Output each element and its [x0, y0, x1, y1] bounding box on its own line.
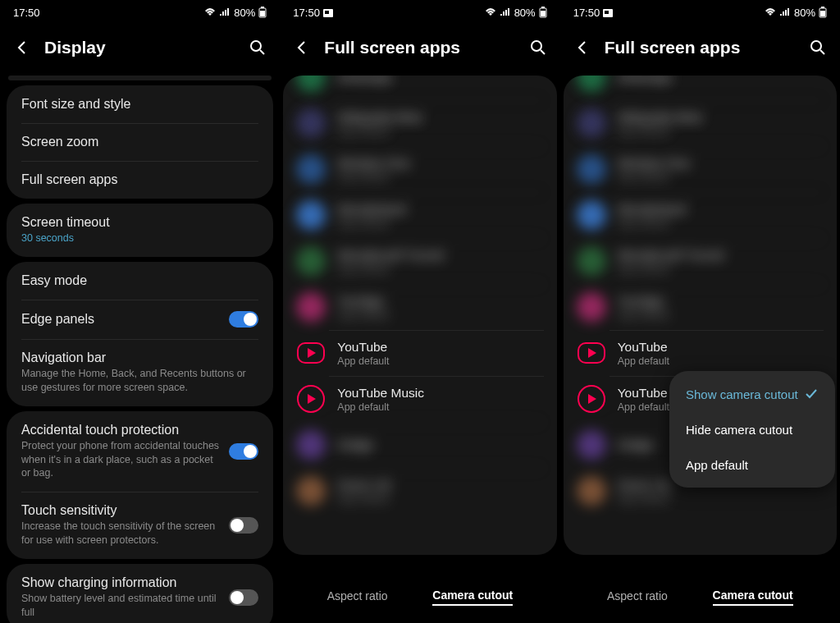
row-touch-sensitivity[interactable]: Touch sensitivity Increase the touch sen… [7, 492, 273, 559]
app-row-blurred[interactable]: Window OneApp default [564, 146, 837, 192]
row-accidental-touch[interactable]: Accidental touch protection Protect your… [7, 411, 273, 492]
popup-item-app-default[interactable]: App default [669, 447, 835, 483]
status-icons: 80% [485, 7, 547, 19]
signal-icon [779, 7, 791, 17]
battery-percent: 80% [794, 7, 815, 19]
group-modes: Easy mode Edge panels Navigation bar Man… [7, 262, 273, 406]
row-screen-timeout[interactable]: Screen timeout 30 seconds [7, 204, 273, 257]
app-row-blurred[interactable]: WonderlandApp default [564, 192, 837, 238]
svg-rect-1 [261, 7, 264, 8]
wifi-icon [765, 7, 776, 17]
panel-display: 17:50 80% Display Font size and style Sc… [0, 0, 280, 623]
back-icon[interactable] [13, 39, 31, 57]
app-row-blurred[interactable]: Window OneApp default [283, 146, 556, 192]
app-row-blurred[interactable]: Zoom USApp default [283, 468, 556, 514]
row-screen-zoom[interactable]: Screen zoom [7, 123, 273, 161]
youtube-icon [297, 342, 325, 364]
group-screen-timeout: Screen timeout 30 seconds [7, 204, 273, 257]
app-row-blurred[interactable]: Wikipedia BetaApp default [564, 100, 837, 146]
cutout-popup: Show camera cutout Hide camera cutout Ap… [669, 371, 835, 488]
app-row-blurred[interactable]: Wondersoft TunnelApp default [283, 238, 556, 284]
app-row-blurred[interactable]: Wikipedia BetaApp default [283, 100, 556, 146]
youtube-music-icon [297, 385, 325, 413]
status-icons: 80% [765, 7, 827, 19]
bottom-tabs: Aspect ratio Camera cutout [560, 580, 840, 613]
svg-rect-8 [541, 7, 545, 8]
svg-line-4 [260, 50, 264, 54]
check-icon [804, 387, 819, 401]
battery-icon [258, 7, 267, 18]
header: Display [0, 25, 280, 71]
search-icon[interactable] [529, 39, 547, 57]
svg-line-18 [820, 50, 824, 54]
screenshot-icon [603, 9, 613, 17]
svg-point-10 [532, 41, 541, 51]
back-icon[interactable] [293, 39, 311, 57]
app-row-blurred[interactable]: YouSignApp default [283, 284, 556, 330]
header: Full screen apps [560, 25, 840, 71]
svg-rect-2 [260, 11, 265, 16]
row-edge-panels[interactable]: Edge panels [7, 300, 273, 339]
app-row-youtube[interactable]: YouTubeApp default [283, 330, 556, 376]
signal-icon [219, 7, 231, 17]
toggle-touch-sensitivity[interactable] [229, 517, 258, 534]
svg-rect-16 [820, 11, 825, 16]
page-title: Full screen apps [324, 38, 515, 57]
app-row-youtube[interactable]: YouTubeApp default [564, 330, 837, 376]
app-row-blurred[interactable]: WonderlandApp default [283, 192, 556, 238]
screenshot-icon [323, 9, 333, 17]
row-charging-info[interactable]: Show charging information Show battery l… [7, 564, 273, 623]
wifi-icon [204, 7, 216, 17]
status-time: 17:50 [293, 7, 332, 19]
panel-fullscreen-apps-popup: 17:50 80% Full screen apps whatsapp Wiki… [560, 0, 840, 623]
row-font-size[interactable]: Font size and style [7, 85, 273, 123]
tab-camera-cutout[interactable]: Camera cutout [713, 589, 793, 606]
status-icons: 80% [204, 7, 267, 19]
search-icon[interactable] [809, 39, 827, 57]
page-title: Display [44, 38, 235, 57]
toggle-charging-info[interactable] [229, 589, 258, 606]
row-easy-mode[interactable]: Easy mode [7, 262, 273, 300]
app-row-blurred[interactable]: whatsapp [564, 76, 837, 100]
youtube-icon [578, 342, 605, 364]
app-row-blurred[interactable]: Zedge [283, 422, 556, 468]
page-title: Full screen apps [605, 38, 796, 57]
toggle-accidental-touch[interactable] [229, 443, 258, 460]
search-icon[interactable] [249, 39, 267, 57]
app-row-blurred[interactable]: whatsapp [283, 76, 556, 100]
svg-rect-9 [541, 11, 546, 16]
svg-point-17 [811, 41, 821, 51]
row-navigation-bar[interactable]: Navigation bar Manage the Home, Back, an… [7, 339, 273, 406]
svg-rect-13 [605, 11, 609, 14]
status-time: 17:50 [13, 7, 40, 19]
battery-percent: 80% [234, 7, 255, 19]
group-charging: Show charging information Show battery l… [7, 564, 273, 623]
bottom-tabs: Aspect ratio Camera cutout [280, 580, 559, 613]
popup-item-show-cutout[interactable]: Show camera cutout [669, 376, 835, 412]
app-row-blurred[interactable]: YouSignApp default [564, 284, 837, 330]
status-time: 17:50 [573, 7, 613, 19]
scroll-indicator [8, 76, 272, 80]
svg-point-3 [251, 41, 261, 51]
svg-rect-6 [325, 11, 329, 14]
battery-icon [539, 7, 547, 18]
app-row-youtube-music[interactable]: YouTube MusicApp default [283, 376, 556, 422]
app-list[interactable]: whatsapp Wikipedia BetaApp default Windo… [283, 76, 556, 555]
tab-aspect-ratio[interactable]: Aspect ratio [327, 589, 388, 605]
status-bar: 17:50 80% [280, 0, 559, 25]
tab-aspect-ratio[interactable]: Aspect ratio [607, 589, 668, 605]
svg-line-11 [541, 50, 545, 54]
status-bar: 17:50 80% [0, 0, 280, 25]
signal-icon [500, 7, 511, 17]
group-touch: Accidental touch protection Protect your… [7, 411, 273, 559]
svg-rect-15 [821, 7, 824, 8]
battery-icon [819, 7, 827, 18]
toggle-edge-panels[interactable] [229, 311, 258, 328]
popup-item-hide-cutout[interactable]: Hide camera cutout [669, 412, 835, 447]
tab-camera-cutout[interactable]: Camera cutout [432, 589, 513, 606]
back-icon[interactable] [573, 39, 591, 57]
row-full-screen-apps[interactable]: Full screen apps [7, 161, 273, 199]
battery-percent: 80% [514, 7, 536, 19]
youtube-music-icon [578, 385, 605, 413]
app-row-blurred[interactable]: Wondersoft TunnelApp default [564, 238, 837, 284]
